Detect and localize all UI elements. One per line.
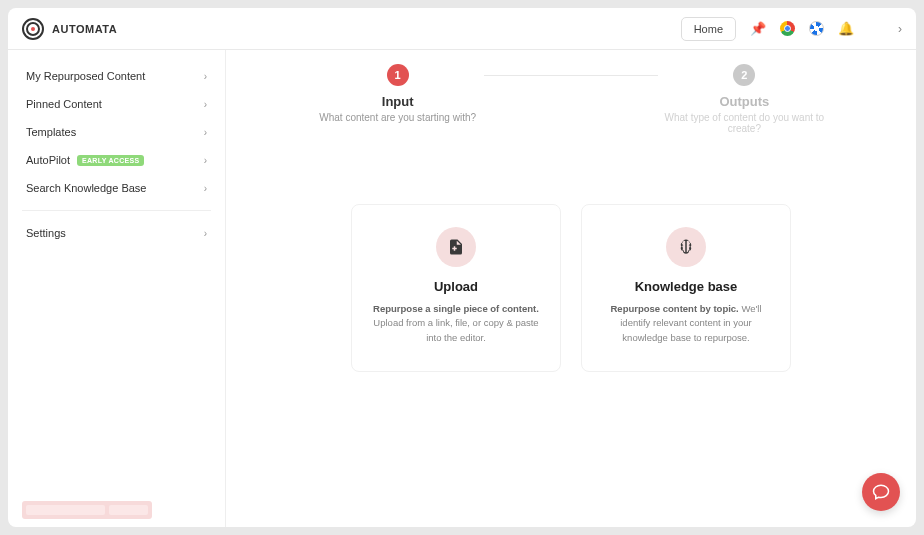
- step-input[interactable]: 1 Input What content are you starting wi…: [311, 64, 484, 123]
- chevron-right-icon: ›: [204, 127, 207, 138]
- sidebar-item-label: AutoPilot: [26, 154, 70, 166]
- step-subtitle: What content are you starting with?: [311, 112, 484, 123]
- chat-icon: [872, 483, 890, 501]
- header-actions: Home 📌 🔔 ›: [681, 17, 902, 41]
- sidebar-item-pinned[interactable]: Pinned Content ›: [8, 90, 225, 118]
- help-icon[interactable]: [809, 21, 824, 36]
- option-cards: Upload Repurpose a single piece of conte…: [256, 204, 886, 372]
- bell-icon[interactable]: 🔔: [838, 21, 854, 36]
- card-title: Upload: [370, 279, 542, 294]
- app-header: AUTOMATA Home 📌 🔔 ›: [8, 8, 916, 50]
- sidebar-item-search-kb[interactable]: Search Knowledge Base ›: [8, 174, 225, 202]
- chevron-right-icon[interactable]: ›: [868, 22, 902, 36]
- brand-logo-icon: [22, 18, 44, 40]
- chevron-right-icon: ›: [204, 71, 207, 82]
- chevron-right-icon: ›: [204, 155, 207, 166]
- step-number: 2: [733, 64, 755, 86]
- chevron-right-icon: ›: [204, 228, 207, 239]
- step-subtitle: What type of content do you want to crea…: [658, 112, 831, 134]
- step-number: 1: [387, 64, 409, 86]
- card-description: Repurpose content by topic. We'll identi…: [600, 302, 772, 345]
- sidebar-item-label: Search Knowledge Base: [26, 182, 146, 194]
- step-title: Outputs: [658, 94, 831, 109]
- home-button[interactable]: Home: [681, 17, 736, 41]
- chevron-right-icon: ›: [204, 99, 207, 110]
- sidebar-item-label: Pinned Content: [26, 98, 102, 110]
- card-description: Repurpose a single piece of content. Upl…: [370, 302, 542, 345]
- step-outputs[interactable]: 2 Outputs What type of content do you wa…: [658, 64, 831, 134]
- upload-card[interactable]: Upload Repurpose a single piece of conte…: [351, 204, 561, 372]
- brain-icon: [666, 227, 706, 267]
- sidebar: My Repurposed Content › Pinned Content ›…: [8, 50, 226, 527]
- early-access-badge: EARLY ACCESS: [77, 155, 144, 166]
- chat-fab[interactable]: [862, 473, 900, 511]
- sidebar-item-my-repurposed[interactable]: My Repurposed Content ›: [8, 62, 225, 90]
- step-connector: [484, 75, 657, 76]
- upload-icon: [436, 227, 476, 267]
- stepper: 1 Input What content are you starting wi…: [311, 64, 831, 134]
- sidebar-item-autopilot[interactable]: AutoPilot EARLY ACCESS ›: [8, 146, 225, 174]
- pin-icon[interactable]: 📌: [750, 21, 766, 36]
- chevron-right-icon: ›: [204, 183, 207, 194]
- sidebar-item-label: Templates: [26, 126, 76, 138]
- knowledge-base-card[interactable]: Knowledge base Repurpose content by topi…: [581, 204, 791, 372]
- chrome-icon[interactable]: [780, 21, 795, 36]
- sidebar-footer-placeholder: [22, 501, 152, 519]
- brand-name: AUTOMATA: [52, 23, 117, 35]
- sidebar-item-templates[interactable]: Templates ›: [8, 118, 225, 146]
- card-title: Knowledge base: [600, 279, 772, 294]
- brand[interactable]: AUTOMATA: [22, 18, 117, 40]
- step-title: Input: [311, 94, 484, 109]
- sidebar-item-label: Settings: [26, 227, 66, 239]
- sidebar-item-label: My Repurposed Content: [26, 70, 145, 82]
- main-content: 1 Input What content are you starting wi…: [226, 50, 916, 527]
- sidebar-item-settings[interactable]: Settings ›: [8, 219, 225, 247]
- divider: [22, 210, 211, 211]
